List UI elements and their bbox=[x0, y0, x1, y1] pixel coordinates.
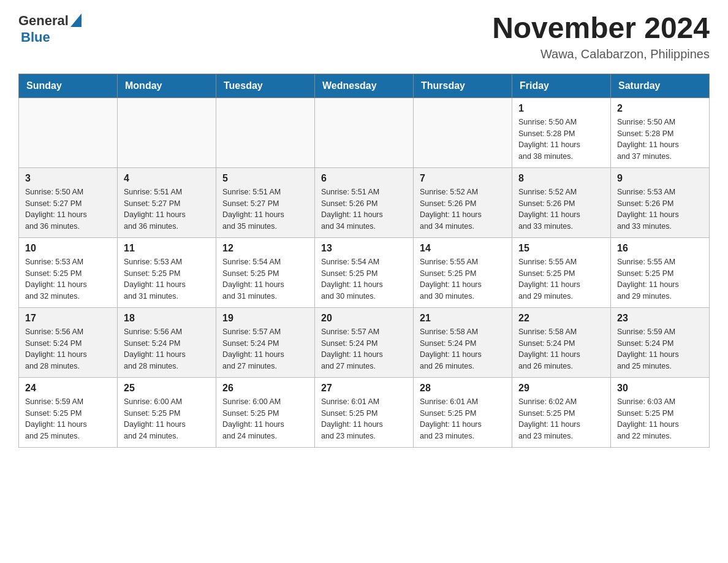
day-info: Sunrise: 5:55 AMSunset: 5:25 PMDaylight:… bbox=[617, 256, 703, 302]
day-info: Sunrise: 6:00 AMSunset: 5:25 PMDaylight:… bbox=[124, 396, 210, 442]
table-row: 25Sunrise: 6:00 AMSunset: 5:25 PMDayligh… bbox=[118, 377, 216, 447]
calendar-table: Sunday Monday Tuesday Wednesday Thursday… bbox=[18, 74, 710, 448]
calendar-header-row: Sunday Monday Tuesday Wednesday Thursday… bbox=[19, 74, 710, 98]
table-row: 22Sunrise: 5:58 AMSunset: 5:24 PMDayligh… bbox=[512, 307, 611, 377]
day-number: 28 bbox=[420, 383, 506, 394]
table-row: 27Sunrise: 6:01 AMSunset: 5:25 PMDayligh… bbox=[315, 377, 414, 447]
calendar-title-block: November 2024 Wawa, Calabarzon, Philippi… bbox=[492, 12, 710, 61]
table-row: 10Sunrise: 5:53 AMSunset: 5:25 PMDayligh… bbox=[19, 237, 118, 307]
day-number: 18 bbox=[124, 313, 210, 324]
table-row: 2Sunrise: 5:50 AMSunset: 5:28 PMDaylight… bbox=[611, 98, 710, 167]
table-row: 6Sunrise: 5:51 AMSunset: 5:26 PMDaylight… bbox=[315, 167, 414, 237]
day-number: 14 bbox=[420, 243, 506, 254]
calendar-week-row: 10Sunrise: 5:53 AMSunset: 5:25 PMDayligh… bbox=[19, 237, 710, 307]
calendar-week-row: 3Sunrise: 5:50 AMSunset: 5:27 PMDaylight… bbox=[19, 167, 710, 237]
day-number: 9 bbox=[617, 173, 703, 184]
table-row: 23Sunrise: 5:59 AMSunset: 5:24 PMDayligh… bbox=[611, 307, 710, 377]
day-number: 12 bbox=[222, 243, 308, 254]
day-info: Sunrise: 5:52 AMSunset: 5:26 PMDaylight:… bbox=[420, 186, 506, 232]
day-info: Sunrise: 5:51 AMSunset: 5:27 PMDaylight:… bbox=[222, 186, 308, 232]
table-row bbox=[19, 98, 118, 167]
calendar-week-row: 24Sunrise: 5:59 AMSunset: 5:25 PMDayligh… bbox=[19, 377, 710, 447]
table-row: 24Sunrise: 5:59 AMSunset: 5:25 PMDayligh… bbox=[19, 377, 118, 447]
svg-marker-0 bbox=[70, 13, 82, 27]
table-row: 15Sunrise: 5:55 AMSunset: 5:25 PMDayligh… bbox=[512, 237, 611, 307]
day-number: 2 bbox=[617, 103, 703, 114]
day-info: Sunrise: 5:53 AMSunset: 5:25 PMDaylight:… bbox=[25, 256, 111, 302]
day-info: Sunrise: 6:01 AMSunset: 5:25 PMDaylight:… bbox=[321, 396, 407, 442]
day-info: Sunrise: 6:03 AMSunset: 5:25 PMDaylight:… bbox=[617, 396, 703, 442]
table-row bbox=[414, 98, 512, 167]
table-row: 16Sunrise: 5:55 AMSunset: 5:25 PMDayligh… bbox=[611, 237, 710, 307]
day-info: Sunrise: 5:53 AMSunset: 5:26 PMDaylight:… bbox=[617, 186, 703, 232]
day-info: Sunrise: 5:53 AMSunset: 5:25 PMDaylight:… bbox=[124, 256, 210, 302]
day-info: Sunrise: 6:02 AMSunset: 5:25 PMDaylight:… bbox=[518, 396, 604, 442]
day-number: 1 bbox=[518, 103, 604, 114]
day-number: 15 bbox=[518, 243, 604, 254]
day-number: 30 bbox=[617, 383, 703, 394]
day-number: 7 bbox=[420, 173, 506, 184]
day-number: 13 bbox=[321, 243, 407, 254]
day-number: 5 bbox=[222, 173, 308, 184]
day-number: 10 bbox=[25, 243, 111, 254]
table-row: 13Sunrise: 5:54 AMSunset: 5:25 PMDayligh… bbox=[315, 237, 414, 307]
day-info: Sunrise: 5:57 AMSunset: 5:24 PMDaylight:… bbox=[321, 326, 407, 372]
day-number: 22 bbox=[518, 313, 604, 324]
logo-triangle-icon bbox=[70, 13, 82, 27]
table-row bbox=[118, 98, 216, 167]
day-info: Sunrise: 5:59 AMSunset: 5:25 PMDaylight:… bbox=[25, 396, 111, 442]
table-row: 3Sunrise: 5:50 AMSunset: 5:27 PMDaylight… bbox=[19, 167, 118, 237]
table-row: 1Sunrise: 5:50 AMSunset: 5:28 PMDaylight… bbox=[512, 98, 611, 167]
table-row: 5Sunrise: 5:51 AMSunset: 5:27 PMDaylight… bbox=[216, 167, 315, 237]
day-info: Sunrise: 5:54 AMSunset: 5:25 PMDaylight:… bbox=[321, 256, 407, 302]
day-info: Sunrise: 6:00 AMSunset: 5:25 PMDaylight:… bbox=[222, 396, 308, 442]
col-thursday: Thursday bbox=[414, 74, 512, 98]
day-info: Sunrise: 5:50 AMSunset: 5:28 PMDaylight:… bbox=[518, 117, 604, 163]
col-friday: Friday bbox=[512, 74, 611, 98]
day-number: 8 bbox=[518, 173, 604, 184]
calendar-week-row: 1Sunrise: 5:50 AMSunset: 5:28 PMDaylight… bbox=[19, 98, 710, 167]
day-info: Sunrise: 5:54 AMSunset: 5:25 PMDaylight:… bbox=[222, 256, 308, 302]
day-number: 3 bbox=[25, 173, 111, 184]
table-row: 19Sunrise: 5:57 AMSunset: 5:24 PMDayligh… bbox=[216, 307, 315, 377]
day-info: Sunrise: 5:55 AMSunset: 5:25 PMDaylight:… bbox=[518, 256, 604, 302]
day-info: Sunrise: 5:58 AMSunset: 5:24 PMDaylight:… bbox=[420, 326, 506, 372]
page-header: General Blue November 2024 Wawa, Calabar… bbox=[18, 12, 710, 61]
day-number: 24 bbox=[25, 383, 111, 394]
logo-blue-text: Blue bbox=[21, 29, 50, 45]
day-info: Sunrise: 5:55 AMSunset: 5:25 PMDaylight:… bbox=[420, 256, 506, 302]
table-row: 28Sunrise: 6:01 AMSunset: 5:25 PMDayligh… bbox=[414, 377, 512, 447]
day-number: 29 bbox=[518, 383, 604, 394]
col-tuesday: Tuesday bbox=[216, 74, 315, 98]
col-saturday: Saturday bbox=[611, 74, 710, 98]
day-info: Sunrise: 5:56 AMSunset: 5:24 PMDaylight:… bbox=[124, 326, 210, 372]
day-number: 25 bbox=[124, 383, 210, 394]
day-number: 26 bbox=[222, 383, 308, 394]
col-monday: Monday bbox=[118, 74, 216, 98]
col-sunday: Sunday bbox=[19, 74, 118, 98]
day-number: 27 bbox=[321, 383, 407, 394]
table-row: 14Sunrise: 5:55 AMSunset: 5:25 PMDayligh… bbox=[414, 237, 512, 307]
table-row: 17Sunrise: 5:56 AMSunset: 5:24 PMDayligh… bbox=[19, 307, 118, 377]
day-number: 23 bbox=[617, 313, 703, 324]
day-info: Sunrise: 5:51 AMSunset: 5:26 PMDaylight:… bbox=[321, 186, 407, 232]
calendar-subtitle: Wawa, Calabarzon, Philippines bbox=[492, 47, 710, 61]
table-row: 21Sunrise: 5:58 AMSunset: 5:24 PMDayligh… bbox=[414, 307, 512, 377]
day-number: 11 bbox=[124, 243, 210, 254]
table-row: 20Sunrise: 5:57 AMSunset: 5:24 PMDayligh… bbox=[315, 307, 414, 377]
table-row: 18Sunrise: 5:56 AMSunset: 5:24 PMDayligh… bbox=[118, 307, 216, 377]
table-row bbox=[216, 98, 315, 167]
day-info: Sunrise: 5:51 AMSunset: 5:27 PMDaylight:… bbox=[124, 186, 210, 232]
table-row: 7Sunrise: 5:52 AMSunset: 5:26 PMDaylight… bbox=[414, 167, 512, 237]
day-info: Sunrise: 5:50 AMSunset: 5:28 PMDaylight:… bbox=[617, 117, 703, 163]
table-row: 12Sunrise: 5:54 AMSunset: 5:25 PMDayligh… bbox=[216, 237, 315, 307]
day-number: 16 bbox=[617, 243, 703, 254]
calendar-title: November 2024 bbox=[492, 12, 710, 45]
day-number: 19 bbox=[222, 313, 308, 324]
col-wednesday: Wednesday bbox=[315, 74, 414, 98]
table-row: 11Sunrise: 5:53 AMSunset: 5:25 PMDayligh… bbox=[118, 237, 216, 307]
calendar-week-row: 17Sunrise: 5:56 AMSunset: 5:24 PMDayligh… bbox=[19, 307, 710, 377]
logo: General Blue bbox=[18, 12, 82, 45]
day-info: Sunrise: 6:01 AMSunset: 5:25 PMDaylight:… bbox=[420, 396, 506, 442]
table-row bbox=[315, 98, 414, 167]
